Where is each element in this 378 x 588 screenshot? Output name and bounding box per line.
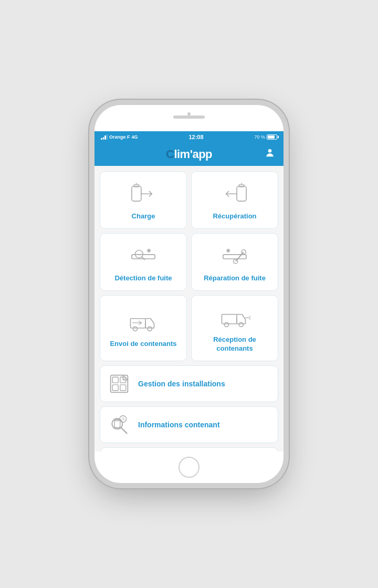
envoi-icon [128,309,159,335]
tile-gestion-installations[interactable]: Gestion des installations [100,365,278,402]
informations-label: Informations contenant [138,421,220,429]
battery-fill [268,135,275,139]
svg-point-0 [268,149,272,153]
recuperation-label: Récupération [213,212,256,221]
screen: Orange F 4G 12:08 70 % Clim'app [94,131,284,452]
envoi-label: Envoi de contenants [110,340,176,349]
gestion-icon [108,372,131,395]
svg-rect-36 [120,385,126,391]
detection-icon [128,244,159,270]
tile-detection-fuite[interactable]: Détection de fuite [100,233,187,291]
status-time: 12:08 [188,134,203,140]
battery-pct-label: 70 % [254,134,265,140]
title-rest: lim'app [174,148,212,161]
tile-recuperation[interactable]: Récupération [191,171,278,229]
svg-point-18 [234,259,238,264]
svg-point-29 [224,322,228,327]
svg-rect-28 [222,314,237,323]
tile-reparation-fuite[interactable]: Réparation de fuite [191,233,278,291]
charge-icon [128,182,159,208]
reparation-label: Réparation de fuite [204,274,266,283]
tile-envoi-contenants[interactable]: Envoi de contenants [100,295,187,361]
svg-rect-24 [130,319,145,328]
status-bar: Orange F 4G 12:08 70 % [94,131,284,143]
tile-reception-contenants[interactable]: Réception de contenants [191,295,278,361]
svg-rect-5 [237,186,246,202]
phone-home-button[interactable] [178,457,200,478]
battery-icon [267,134,277,140]
svg-rect-35 [112,385,118,391]
profile-icon [265,148,275,159]
svg-rect-33 [112,377,118,383]
svg-point-26 [148,327,152,331]
app-title: Clim'app [166,148,212,161]
reception-icon [219,305,250,331]
status-carrier: Orange F 4G [101,134,138,140]
tile-grid-row3: Envoi de contenants [100,295,278,361]
svg-line-38 [121,427,127,433]
svg-point-25 [133,327,137,331]
tile-charge[interactable]: Charge [100,171,187,229]
tile-grid-row2: Détection de fuite [100,233,278,291]
reception-label: Réception de contenants [197,335,272,353]
detection-label: Détection de fuite [114,274,172,283]
nav-bar: Clim'app [94,143,284,166]
svg-point-19 [242,250,246,254]
tile-mes-interventions[interactable]: Mes interventions [100,447,278,452]
svg-point-30 [239,322,243,327]
status-battery: 70 % [254,134,277,140]
signal-bars-icon [101,134,108,140]
reparation-icon [219,244,250,270]
phone-speaker [173,116,205,119]
charge-label: Charge [132,212,155,221]
carrier-label: Orange F [109,134,130,140]
network-label: 4G [132,134,138,140]
main-content: Charge Ré [94,166,284,452]
tile-grid-row1: Charge Ré [100,171,278,229]
informations-icon [108,413,131,436]
tile-informations-contenant[interactable]: Informations contenant [100,406,278,443]
profile-button[interactable] [265,148,275,161]
recuperation-icon [219,182,250,208]
phone-frame: Orange F 4G 12:08 70 % Clim'app [94,105,284,483]
gestion-label: Gestion des installations [138,380,225,388]
title-clim: C [166,148,174,161]
svg-rect-16 [223,255,246,259]
svg-rect-1 [132,186,141,202]
svg-line-43 [123,419,124,420]
